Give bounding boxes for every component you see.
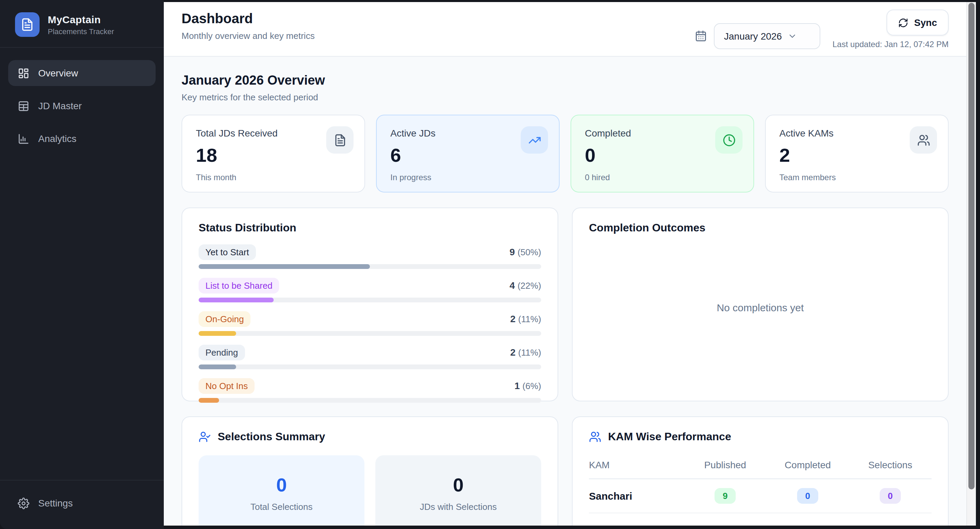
selections-cards: 0Total Selections0JDs with Selections <box>199 455 541 526</box>
status-row-pending: Pending2 (11%) <box>199 344 541 369</box>
metric-icon-box <box>521 126 548 154</box>
brand-title: MyCaptain <box>48 14 114 25</box>
kam-table: KAMPublishedCompletedSelections Sanchari… <box>589 455 932 513</box>
status-rows: Yet to Start9 (50%)List to be Shared4 (2… <box>199 244 541 411</box>
status-progress-fill <box>199 365 236 369</box>
status-progress-track <box>199 365 541 369</box>
status-progress-fill <box>199 298 274 303</box>
metric-icon-box <box>715 126 743 154</box>
status-count-number: 2 <box>510 347 515 358</box>
selection-stat-label: JDs with Selections <box>382 502 535 512</box>
completion-outcomes-panel: Completion Outcomes No completions yet <box>572 207 948 402</box>
dashboard-content: January 2026 Overview Key metrics for th… <box>164 57 966 526</box>
status-distribution-panel: Status Distribution Yet to Start9 (50%)L… <box>181 207 558 402</box>
metric-caption: This month <box>196 173 351 182</box>
dashboard-icon <box>18 67 29 79</box>
month-selector-value: January 2026 <box>724 31 782 41</box>
metric-card-completed: Completed00 hired <box>571 115 754 193</box>
sidebar-item-overview[interactable]: Overview <box>8 60 156 86</box>
overview-subheading: Key metrics for the selected period <box>181 92 948 102</box>
main-area: Dashboard Monthly overview and key metri… <box>164 2 966 526</box>
kam-column-published: Published <box>684 459 767 470</box>
status-count: 2 (11%) <box>510 313 541 324</box>
status-row-no-opt-ins: No Opt Ins1 (6%) <box>199 378 541 403</box>
status-count-percent: (50%) <box>518 247 541 257</box>
selection-stat-jds-with-selections: 0JDs with Selections <box>375 455 541 526</box>
metric-icon-box <box>910 126 937 154</box>
vertical-scrollbar[interactable] <box>966 2 976 526</box>
sync-button-label: Sync <box>914 17 937 28</box>
status-progress-track <box>199 398 541 403</box>
kam-performance-title: KAM Wise Performance <box>608 431 731 443</box>
kam-column-selections: Selections <box>849 459 932 470</box>
status-progress-fill <box>199 264 370 269</box>
status-count-number: 1 <box>515 380 520 391</box>
calendar-icon <box>695 30 707 42</box>
bar-chart-icon <box>18 133 29 144</box>
sidebar-item-analytics[interactable]: Analytics <box>8 126 156 151</box>
table-icon <box>18 100 29 112</box>
last-updated-text: Last updated: Jan 12, 07:42 PM <box>833 40 948 49</box>
metric-caption: In progress <box>390 173 545 182</box>
brand-subtitle: Placements Tracker <box>48 27 114 35</box>
status-count: 1 (6%) <box>515 380 541 391</box>
status-badge: List to be Shared <box>199 277 280 293</box>
selection-stat-label: Total Selections <box>205 502 358 512</box>
status-badge: No Opt Ins <box>199 378 255 394</box>
metric-card-active-jds: Active JDs6In progress <box>376 115 560 193</box>
sidebar-item-jd-master[interactable]: JD Master <box>8 93 156 119</box>
trending-up-icon <box>528 134 541 147</box>
sidebar-item-settings[interactable]: Settings <box>8 490 156 516</box>
brand: MyCaptain Placements Tracker <box>0 2 164 48</box>
users-icon <box>589 431 601 443</box>
kam-column-completed: Completed <box>767 459 849 470</box>
kam-completed-badge: 0 <box>797 488 818 504</box>
selection-stat-total-selections: 0Total Selections <box>199 455 364 526</box>
kam-table-row: Sanchari900 <box>589 479 932 513</box>
status-progress-fill <box>199 331 236 336</box>
status-count-number: 9 <box>509 246 515 257</box>
kam-selections-badge: 0 <box>880 488 901 504</box>
kam-column-kam: KAM <box>589 459 684 470</box>
empty-state-text: No completions yet <box>589 234 932 387</box>
status-count-number: 2 <box>510 313 515 324</box>
sidebar-footer: Settings <box>0 480 164 526</box>
status-count-percent: (22%) <box>518 280 541 291</box>
status-count-percent: (6%) <box>522 381 541 391</box>
file-text-icon <box>333 134 346 147</box>
overview-heading: January 2026 Overview <box>181 73 948 88</box>
metric-cards: Total JDs Received18This monthActive JDs… <box>181 115 948 193</box>
sidebar-item-label: Overview <box>38 68 78 78</box>
selections-summary-title: Selections Summary <box>218 431 325 443</box>
sync-button[interactable]: Sync <box>886 10 948 35</box>
page-subtitle: Monthly overview and key metrics <box>181 31 315 41</box>
month-selector[interactable]: January 2026 <box>714 23 820 49</box>
status-badge: On-Going <box>199 311 251 327</box>
status-count-percent: (11%) <box>518 314 541 324</box>
status-progress-track <box>199 331 541 336</box>
sidebar: MyCaptain Placements Tracker OverviewJD … <box>0 0 164 529</box>
completion-outcomes-title: Completion Outcomes <box>589 222 932 234</box>
chevron-down-icon <box>782 32 797 41</box>
selection-stat-value: 0 <box>382 475 535 496</box>
scrollbar-thumb[interactable] <box>969 3 975 490</box>
selection-stat-value: 0 <box>205 475 358 496</box>
status-row-list-to-be-shared: List to be Shared4 (22%) <box>199 277 541 303</box>
user-check-icon <box>199 431 211 443</box>
kam-table-header: KAMPublishedCompletedSelections <box>589 455 932 479</box>
metric-icon-box <box>326 126 353 154</box>
status-progress-fill <box>199 398 219 403</box>
status-distribution-title: Status Distribution <box>199 222 541 234</box>
refresh-icon <box>898 18 908 28</box>
app-logo-icon <box>15 12 40 37</box>
sidebar-nav: OverviewJD MasterAnalytics <box>0 48 164 151</box>
users-icon <box>917 134 930 147</box>
sidebar-item-label: JD Master <box>38 100 82 111</box>
status-count: 9 (50%) <box>509 246 541 257</box>
status-badge: Yet to Start <box>199 244 256 260</box>
header: Dashboard Monthly overview and key metri… <box>164 2 966 57</box>
status-progress-track <box>199 298 541 303</box>
status-row-yet-to-start: Yet to Start9 (50%) <box>199 244 541 269</box>
status-progress-track <box>199 264 541 269</box>
metric-caption: Team members <box>780 173 934 182</box>
